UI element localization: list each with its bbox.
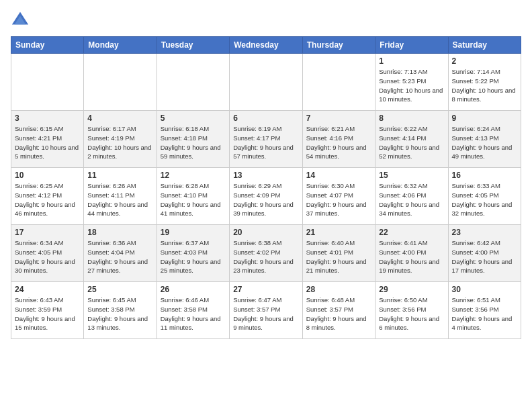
calendar-day: 22Sunrise: 6:41 AM Sunset: 4:00 PM Dayli… bbox=[375, 225, 448, 282]
weekday-header-sunday: Sunday bbox=[11, 37, 84, 54]
day-info: Sunrise: 6:45 AM Sunset: 3:58 PM Dayligh… bbox=[87, 295, 152, 332]
calendar-day: 14Sunrise: 6:30 AM Sunset: 4:07 PM Dayli… bbox=[302, 168, 375, 225]
calendar-table: SundayMondayTuesdayWednesdayThursdayFrid… bbox=[11, 36, 521, 339]
day-number: 19 bbox=[161, 228, 226, 237]
calendar-week-2: 3Sunrise: 6:15 AM Sunset: 4:21 PM Daylig… bbox=[11, 111, 521, 168]
day-number: 6 bbox=[233, 113, 299, 123]
day-number: 10 bbox=[15, 171, 80, 180]
day-number: 24 bbox=[15, 285, 80, 294]
day-info: Sunrise: 6:18 AM Sunset: 4:18 PM Dayligh… bbox=[161, 124, 226, 161]
day-info: Sunrise: 6:43 AM Sunset: 3:59 PM Dayligh… bbox=[15, 295, 80, 332]
day-info: Sunrise: 6:29 AM Sunset: 4:09 PM Dayligh… bbox=[233, 181, 299, 218]
calendar-day: 23Sunrise: 6:42 AM Sunset: 4:00 PM Dayli… bbox=[448, 225, 521, 282]
day-info: Sunrise: 6:50 AM Sunset: 3:56 PM Dayligh… bbox=[379, 295, 444, 332]
calendar-day: 16Sunrise: 6:33 AM Sunset: 4:05 PM Dayli… bbox=[448, 168, 521, 225]
weekday-header-friday: Friday bbox=[375, 37, 448, 54]
weekday-header-monday: Monday bbox=[84, 37, 157, 54]
day-info: Sunrise: 6:22 AM Sunset: 4:14 PM Dayligh… bbox=[379, 124, 444, 161]
calendar-day: 5Sunrise: 6:18 AM Sunset: 4:18 PM Daylig… bbox=[157, 111, 229, 168]
day-info: Sunrise: 6:33 AM Sunset: 4:05 PM Dayligh… bbox=[452, 181, 518, 218]
calendar-day: 7Sunrise: 6:21 AM Sunset: 4:16 PM Daylig… bbox=[302, 111, 375, 168]
day-info: Sunrise: 6:46 AM Sunset: 3:58 PM Dayligh… bbox=[161, 295, 226, 332]
day-info: Sunrise: 6:21 AM Sunset: 4:16 PM Dayligh… bbox=[306, 124, 371, 161]
day-number: 23 bbox=[452, 228, 518, 237]
day-number: 18 bbox=[87, 228, 152, 237]
day-info: Sunrise: 6:28 AM Sunset: 4:10 PM Dayligh… bbox=[161, 181, 226, 218]
calendar-day bbox=[11, 54, 84, 111]
day-info: Sunrise: 6:26 AM Sunset: 4:11 PM Dayligh… bbox=[87, 181, 152, 218]
calendar-day bbox=[230, 54, 303, 111]
day-info: Sunrise: 6:30 AM Sunset: 4:07 PM Dayligh… bbox=[306, 181, 371, 218]
day-number: 12 bbox=[161, 171, 226, 180]
day-number: 22 bbox=[379, 228, 444, 237]
logo bbox=[11, 11, 32, 30]
day-number: 5 bbox=[161, 113, 226, 123]
day-info: Sunrise: 6:41 AM Sunset: 4:00 PM Dayligh… bbox=[379, 238, 444, 275]
calendar-day: 9Sunrise: 6:24 AM Sunset: 4:13 PM Daylig… bbox=[448, 111, 521, 168]
day-number: 4 bbox=[87, 113, 152, 123]
day-info: Sunrise: 6:25 AM Sunset: 4:12 PM Dayligh… bbox=[15, 181, 80, 218]
calendar-day: 2Sunrise: 7:14 AM Sunset: 5:22 PM Daylig… bbox=[448, 54, 521, 111]
day-info: Sunrise: 6:51 AM Sunset: 3:56 PM Dayligh… bbox=[452, 295, 518, 332]
calendar-day: 24Sunrise: 6:43 AM Sunset: 3:59 PM Dayli… bbox=[11, 282, 84, 339]
day-number: 16 bbox=[452, 171, 518, 180]
day-info: Sunrise: 6:40 AM Sunset: 4:01 PM Dayligh… bbox=[306, 238, 371, 275]
calendar-day: 28Sunrise: 6:48 AM Sunset: 3:57 PM Dayli… bbox=[302, 282, 375, 339]
day-number: 28 bbox=[306, 285, 371, 294]
day-info: Sunrise: 6:24 AM Sunset: 4:13 PM Dayligh… bbox=[452, 124, 518, 161]
day-number: 1 bbox=[379, 56, 444, 66]
day-number: 26 bbox=[161, 285, 226, 294]
day-number: 21 bbox=[306, 228, 371, 237]
calendar-day: 11Sunrise: 6:26 AM Sunset: 4:11 PM Dayli… bbox=[84, 168, 157, 225]
calendar-day bbox=[157, 54, 229, 111]
day-number: 15 bbox=[379, 171, 444, 180]
calendar-day: 4Sunrise: 6:17 AM Sunset: 4:19 PM Daylig… bbox=[84, 111, 157, 168]
day-info: Sunrise: 6:42 AM Sunset: 4:00 PM Dayligh… bbox=[452, 238, 518, 275]
day-number: 25 bbox=[87, 285, 152, 294]
calendar-day: 30Sunrise: 6:51 AM Sunset: 3:56 PM Dayli… bbox=[448, 282, 521, 339]
day-number: 8 bbox=[379, 113, 444, 123]
day-info: Sunrise: 6:37 AM Sunset: 4:03 PM Dayligh… bbox=[161, 238, 226, 275]
calendar-day bbox=[84, 54, 157, 111]
day-number: 30 bbox=[452, 285, 518, 294]
logo-icon bbox=[11, 11, 30, 30]
calendar-day: 19Sunrise: 6:37 AM Sunset: 4:03 PM Dayli… bbox=[157, 225, 229, 282]
day-info: Sunrise: 6:36 AM Sunset: 4:04 PM Dayligh… bbox=[87, 238, 152, 275]
calendar-day: 15Sunrise: 6:32 AM Sunset: 4:06 PM Dayli… bbox=[375, 168, 448, 225]
day-number: 3 bbox=[15, 113, 80, 123]
day-number: 29 bbox=[379, 285, 444, 294]
day-info: Sunrise: 6:34 AM Sunset: 4:05 PM Dayligh… bbox=[15, 238, 80, 275]
calendar-day: 26Sunrise: 6:46 AM Sunset: 3:58 PM Dayli… bbox=[157, 282, 229, 339]
calendar-day: 10Sunrise: 6:25 AM Sunset: 4:12 PM Dayli… bbox=[11, 168, 84, 225]
calendar-day: 21Sunrise: 6:40 AM Sunset: 4:01 PM Dayli… bbox=[302, 225, 375, 282]
day-info: Sunrise: 6:38 AM Sunset: 4:02 PM Dayligh… bbox=[233, 238, 299, 275]
calendar-day: 27Sunrise: 6:47 AM Sunset: 3:57 PM Dayli… bbox=[230, 282, 303, 339]
calendar-day: 13Sunrise: 6:29 AM Sunset: 4:09 PM Dayli… bbox=[230, 168, 303, 225]
page-header bbox=[11, 11, 521, 30]
weekday-header-row: SundayMondayTuesdayWednesdayThursdayFrid… bbox=[11, 37, 521, 54]
day-number: 14 bbox=[306, 171, 371, 180]
calendar-day: 1Sunrise: 7:13 AM Sunset: 5:23 PM Daylig… bbox=[375, 54, 448, 111]
calendar-day: 25Sunrise: 6:45 AM Sunset: 3:58 PM Dayli… bbox=[84, 282, 157, 339]
day-info: Sunrise: 6:19 AM Sunset: 4:17 PM Dayligh… bbox=[233, 124, 299, 161]
day-number: 9 bbox=[452, 113, 518, 123]
calendar-day: 3Sunrise: 6:15 AM Sunset: 4:21 PM Daylig… bbox=[11, 111, 84, 168]
day-number: 13 bbox=[233, 171, 299, 180]
calendar-day bbox=[302, 54, 375, 111]
day-info: Sunrise: 7:13 AM Sunset: 5:23 PM Dayligh… bbox=[379, 67, 444, 104]
calendar-day: 8Sunrise: 6:22 AM Sunset: 4:14 PM Daylig… bbox=[375, 111, 448, 168]
calendar-week-4: 17Sunrise: 6:34 AM Sunset: 4:05 PM Dayli… bbox=[11, 225, 521, 282]
day-info: Sunrise: 7:14 AM Sunset: 5:22 PM Dayligh… bbox=[452, 67, 518, 104]
calendar-day: 18Sunrise: 6:36 AM Sunset: 4:04 PM Dayli… bbox=[84, 225, 157, 282]
day-info: Sunrise: 6:47 AM Sunset: 3:57 PM Dayligh… bbox=[233, 295, 299, 332]
calendar-day: 17Sunrise: 6:34 AM Sunset: 4:05 PM Dayli… bbox=[11, 225, 84, 282]
day-number: 7 bbox=[306, 113, 371, 123]
day-number: 2 bbox=[452, 56, 518, 66]
day-number: 11 bbox=[87, 171, 152, 180]
calendar-header: SundayMondayTuesdayWednesdayThursdayFrid… bbox=[11, 37, 521, 54]
weekday-header-tuesday: Tuesday bbox=[157, 37, 229, 54]
day-info: Sunrise: 6:32 AM Sunset: 4:06 PM Dayligh… bbox=[379, 181, 444, 218]
day-info: Sunrise: 6:48 AM Sunset: 3:57 PM Dayligh… bbox=[306, 295, 371, 332]
calendar-week-5: 24Sunrise: 6:43 AM Sunset: 3:59 PM Dayli… bbox=[11, 282, 521, 339]
day-number: 27 bbox=[233, 285, 299, 294]
